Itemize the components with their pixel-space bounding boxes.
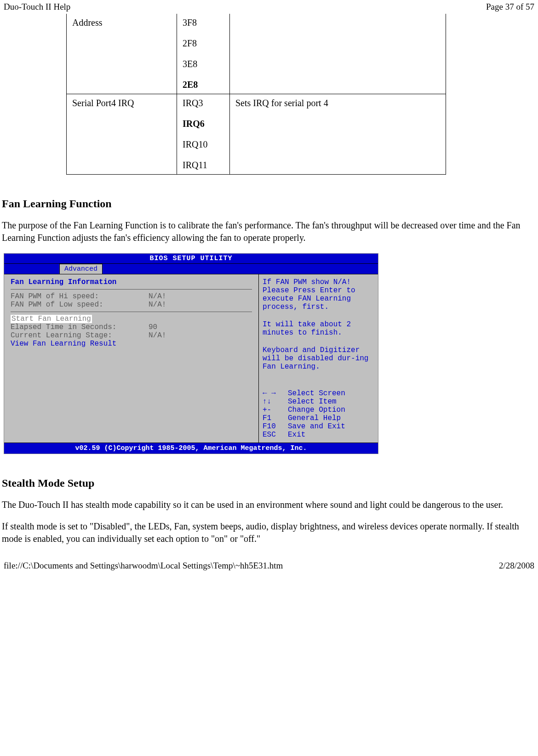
cell-description — [230, 14, 446, 94]
paragraph: The Duo-Touch II has stealth mode capabi… — [2, 499, 536, 511]
key-action: Save and Exit — [288, 422, 345, 431]
divider — [11, 289, 252, 290]
bios-footer: v02.59 (C)Copyright 1985-2005, American … — [4, 443, 378, 454]
bios-value: N/A! — [149, 292, 166, 301]
bios-tabs: Advanced — [4, 264, 378, 274]
paragraph: If stealth mode is set to "Disabled", th… — [2, 520, 536, 545]
key: +- — [263, 406, 288, 414]
cell-setting: Serial Port4 IRQ — [67, 94, 177, 175]
key: F1 — [263, 414, 288, 422]
header-title: Duo-Touch II Help — [4, 2, 70, 12]
option: 3F8 — [183, 17, 224, 28]
bios-info-row: Current Learning Stage: N/A! — [11, 331, 252, 340]
key: ← → — [263, 389, 288, 398]
table-row: Address 3F8 2F8 3E8 2E8 — [67, 14, 446, 94]
bios-start-learning: Start Fan Learning — [11, 315, 252, 323]
option-selected: 2E8 — [183, 80, 224, 90]
option: 2F8 — [183, 38, 224, 49]
bios-value: N/A! — [149, 301, 166, 309]
bios-right-panel: If FAN PWM show N/A! Please Press Enter … — [258, 274, 378, 443]
cell-description: Sets IRQ for serial port 4 — [230, 94, 446, 175]
paragraph: The purpose of the Fan Learning Function… — [2, 219, 536, 244]
bios-panel-title: Fan Learning Information — [11, 278, 252, 286]
bios-body: Fan Learning Information FAN PWM of Hi s… — [4, 274, 378, 443]
header-page-info: Page 37 of 57 — [486, 2, 534, 12]
key-action: Exit — [288, 431, 305, 439]
page-footer: file://C:\Documents and Settings\harwood… — [0, 559, 538, 573]
cell-setting: Address — [67, 14, 177, 94]
option-selected: IRQ6 — [183, 119, 224, 129]
option: IRQ3 — [183, 98, 224, 108]
bios-help-text: It will take about 2 minutes to finish. — [263, 320, 374, 337]
option: 3E8 — [183, 59, 224, 69]
key: F10 — [263, 422, 288, 431]
bios-info-row: FAN PWM of Hi speed: N/A! — [11, 292, 252, 301]
key-action: Select Screen — [288, 389, 345, 398]
table-row: Serial Port4 IRQ IRQ3 IRQ6 IRQ10 IRQ11 S… — [67, 94, 446, 175]
bios-view-result: View Fan Learning Result — [11, 340, 252, 348]
bios-help-text: If FAN PWM show N/A! Please Press Enter … — [263, 278, 374, 311]
bios-info-row: Elapsed Time in Seconds: 90 — [11, 323, 252, 331]
bios-left-panel: Fan Learning Information FAN PWM of Hi s… — [4, 274, 258, 443]
bios-label: FAN PWM of Low speed: — [11, 301, 149, 309]
bios-key-legend: ← →Select Screen ↑↓Select Item +-Change … — [263, 389, 374, 439]
footer-date: 2/28/2008 — [499, 561, 534, 571]
bios-value: N/A! — [149, 331, 166, 340]
bios-help-text: Keyboard and Digitizer will be disabled … — [263, 346, 374, 371]
bios-title: BIOS SETUP UTILITY — [4, 254, 378, 264]
option: IRQ10 — [183, 139, 224, 150]
key: ESC — [263, 431, 288, 439]
bios-tab-advanced: Advanced — [59, 264, 103, 274]
key-action: Change Option — [288, 406, 345, 414]
key-action: Select Item — [288, 398, 337, 406]
page-content: Address 3F8 2F8 3E8 2E8 Serial Port4 IRQ… — [0, 14, 538, 545]
bios-screenshot: BIOS SETUP UTILITY Advanced Fan Learning… — [4, 253, 378, 454]
bios-info-row: FAN PWM of Low speed: N/A! — [11, 301, 252, 309]
bios-label: Current Learning Stage: — [11, 331, 149, 340]
key: ↑↓ — [263, 398, 288, 406]
heading-stealth-mode: Stealth Mode Setup — [2, 477, 536, 489]
cell-options: 3F8 2F8 3E8 2E8 — [177, 14, 230, 94]
settings-table: Address 3F8 2F8 3E8 2E8 Serial Port4 IRQ… — [66, 14, 446, 175]
cell-options: IRQ3 IRQ6 IRQ10 IRQ11 — [177, 94, 230, 175]
bios-label: FAN PWM of Hi speed: — [11, 292, 149, 301]
key-action: General Help — [288, 414, 341, 422]
divider — [11, 312, 252, 312]
bios-label: Elapsed Time in Seconds: — [11, 323, 149, 331]
bios-value: 90 — [149, 323, 157, 331]
page-header: Duo-Touch II Help Page 37 of 57 — [0, 0, 538, 14]
bios-highlighted-item: Start Fan Learning — [11, 315, 92, 323]
option: IRQ11 — [183, 160, 224, 171]
heading-fan-learning: Fan Learning Function — [2, 198, 536, 210]
footer-path: file://C:\Documents and Settings\harwood… — [4, 561, 283, 571]
